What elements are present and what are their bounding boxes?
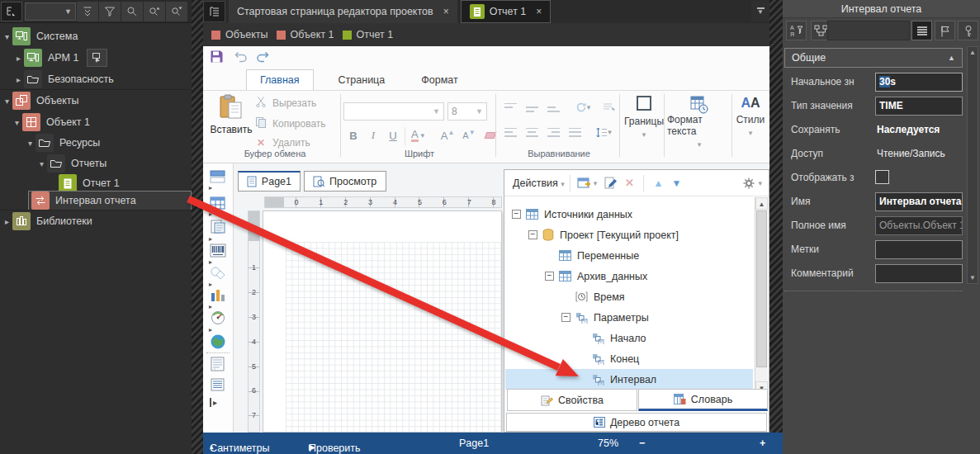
tree-item-reports[interactable]: ▾ Отчеты bbox=[0, 154, 192, 173]
collapse-box-icon[interactable]: − bbox=[545, 272, 554, 281]
tree-structure-button[interactable] bbox=[1, 2, 22, 21]
ribbon-tab-format[interactable]: Формат bbox=[408, 70, 471, 90]
shrink-font-button[interactable]: А▼ bbox=[461, 127, 477, 144]
expander-closed-icon[interactable]: ▸ bbox=[13, 75, 24, 84]
dict-item-archive[interactable]: − Архив_данных bbox=[505, 266, 753, 286]
breadcrumb-report1[interactable]: Отчет 1 bbox=[357, 29, 394, 40]
tab-overflow-button[interactable]: ▼ bbox=[751, 1, 769, 21]
scroll-up-icon[interactable]: ▲ bbox=[968, 49, 978, 56]
scroll-down-icon[interactable]: ▼ bbox=[968, 274, 978, 281]
dict-item-datasources[interactable]: − Источники данных bbox=[505, 204, 753, 225]
tree-item-security[interactable]: ▸ Безопасность bbox=[0, 69, 192, 89]
underline-button[interactable]: U bbox=[385, 127, 401, 144]
expander-open-icon[interactable]: ▾ bbox=[2, 32, 12, 41]
expander-open-icon[interactable]: ▾ bbox=[2, 97, 12, 106]
expand-all-button[interactable] bbox=[77, 2, 98, 21]
scrollbar-thumb[interactable] bbox=[756, 210, 767, 367]
report-tree-button[interactable]: Дерево отчета bbox=[506, 413, 767, 432]
bold-button[interactable]: B bbox=[345, 127, 362, 144]
tree-item-resources[interactable]: ▾ Ресурсы bbox=[0, 133, 192, 153]
gauge-tool[interactable]: ▸ bbox=[209, 310, 227, 332]
expander-open-icon[interactable]: ▾ bbox=[36, 159, 47, 168]
font-size-combo[interactable]: 8▼ bbox=[447, 102, 487, 121]
panel-resize-divider[interactable] bbox=[784, 291, 963, 291]
category-view-button[interactable] bbox=[911, 21, 932, 40]
zoom-out-button[interactable]: − bbox=[639, 437, 645, 449]
new-item-button[interactable] bbox=[575, 174, 594, 192]
breadcrumb-objects[interactable]: Объекты bbox=[225, 29, 268, 40]
properties-tab[interactable]: Свойства bbox=[507, 389, 637, 411]
dictionary-tab[interactable]: Словарь bbox=[638, 389, 768, 411]
value-type-field[interactable]: TIME bbox=[875, 97, 963, 116]
sort-button[interactable]: АЯ bbox=[786, 21, 807, 40]
expander-closed-icon[interactable]: ▸ bbox=[13, 54, 24, 63]
subreport-tool[interactable]: ▸ bbox=[209, 220, 227, 241]
dict-item-variables[interactable]: Переменные bbox=[505, 245, 753, 266]
chevron-down-icon[interactable]: ▾ bbox=[594, 179, 598, 187]
collapse-box-icon[interactable]: − bbox=[528, 230, 537, 239]
selected-tree-item[interactable]: Интервал отчета bbox=[28, 191, 192, 210]
dict-item-params[interactable]: − [?] Параметры bbox=[505, 307, 753, 328]
scroll-up-icon[interactable]: ▲ bbox=[755, 197, 768, 210]
align-middle-button[interactable] bbox=[523, 99, 540, 116]
close-icon[interactable]: × bbox=[443, 6, 449, 17]
rotate-text-button[interactable]: ▾ bbox=[570, 99, 596, 116]
settings-button[interactable] bbox=[740, 174, 758, 192]
expander-closed-icon[interactable]: ▸ bbox=[2, 217, 12, 226]
flags-button[interactable] bbox=[935, 21, 955, 40]
chevron-down-icon[interactable]: ▾ bbox=[758, 179, 762, 187]
properties-scrollbar[interactable]: ▲ ▼ bbox=[967, 46, 978, 284]
font-family-combo[interactable]: ▼ bbox=[343, 102, 444, 121]
text-properties-button[interactable] bbox=[601, 99, 618, 116]
save-button[interactable] bbox=[210, 50, 224, 66]
align-top-button[interactable] bbox=[502, 99, 518, 116]
align-center-button[interactable] bbox=[523, 124, 540, 140]
align-justify-button[interactable] bbox=[566, 124, 583, 140]
preview-tab[interactable]: Просмотр bbox=[304, 171, 386, 192]
tree-item-object1[interactable]: ▾ Объект 1 bbox=[0, 112, 192, 132]
report-page-canvas[interactable] bbox=[263, 210, 502, 433]
expander-open-icon[interactable]: ▾ bbox=[25, 139, 36, 148]
line-spacing-button[interactable]: ▾ bbox=[589, 124, 618, 140]
borders-button[interactable]: Границы ▾ bbox=[624, 96, 664, 139]
tree-item-libraries[interactable]: ▸ Библиотеки bbox=[0, 211, 192, 231]
collapse-box-icon[interactable]: − bbox=[561, 313, 570, 322]
page1-tab[interactable]: Page1 bbox=[238, 171, 301, 192]
cut-button[interactable]: Вырезать bbox=[254, 96, 316, 110]
search-down-button[interactable] bbox=[166, 2, 187, 21]
arm-goto-button[interactable] bbox=[87, 49, 107, 67]
tags-field[interactable] bbox=[875, 240, 963, 259]
paste-button[interactable]: Вставить bbox=[210, 94, 253, 135]
collapse-box-icon[interactable]: − bbox=[512, 210, 521, 219]
dict-item-end[interactable]: [?] Конец bbox=[505, 348, 753, 369]
tree-item-objects[interactable]: ▾ Объекты bbox=[0, 91, 192, 111]
zoom-in-button[interactable]: + bbox=[760, 437, 765, 449]
name-field[interactable]: Интервал отчета bbox=[875, 192, 963, 211]
undo-button[interactable] bbox=[234, 50, 249, 65]
tree-search-combo[interactable]: ▼ bbox=[25, 2, 76, 21]
edit-item-button[interactable] bbox=[602, 174, 620, 192]
map-tool[interactable] bbox=[209, 333, 227, 352]
tree-item-system[interactable]: ▾ Система bbox=[0, 26, 192, 46]
align-right-button[interactable] bbox=[545, 124, 561, 140]
close-icon[interactable]: × bbox=[536, 6, 542, 17]
copy-button[interactable]: Копировать bbox=[254, 116, 326, 130]
breadcrumb-object1[interactable]: Объект 1 bbox=[291, 29, 334, 40]
page-tool[interactable] bbox=[209, 357, 227, 375]
styles-button[interactable]: АA Стили ▾ bbox=[733, 96, 768, 137]
dictionary-scrollbar[interactable]: ▲ ▼ bbox=[755, 197, 768, 394]
dict-item-start[interactable]: [?] Начало bbox=[505, 328, 753, 348]
left-splitter[interactable] bbox=[192, 0, 203, 454]
move-down-button[interactable]: ▼ bbox=[667, 174, 685, 192]
tree-item-report-interval[interactable]: Интервал отчета bbox=[0, 191, 192, 210]
search-button[interactable] bbox=[121, 2, 143, 21]
chart-tool[interactable]: ▸ bbox=[209, 288, 227, 309]
font-color-button[interactable]: А▾ bbox=[410, 127, 426, 144]
tab-report1[interactable]: Отчет 1 × bbox=[461, 0, 552, 23]
ribbon-tab-page[interactable]: Страница bbox=[325, 70, 399, 90]
shapes-tool[interactable]: ▸ bbox=[209, 266, 227, 286]
persist-value[interactable]: Наследуется bbox=[877, 118, 940, 142]
dict-item-interval-selected[interactable]: [?] Интервал bbox=[505, 369, 753, 390]
tab-start-page[interactable]: Стартовая страница редактора проектов × bbox=[229, 0, 457, 23]
redo-button[interactable] bbox=[255, 50, 270, 65]
